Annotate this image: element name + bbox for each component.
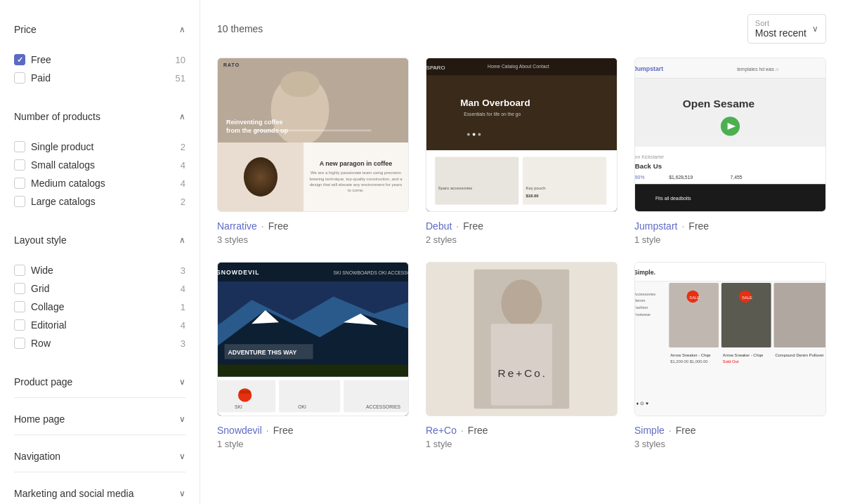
filter-section-product-page-header[interactable]: Product page <box>14 366 185 398</box>
filter-section-home-page-header[interactable]: Home page <box>14 404 185 435</box>
filter-section-navigation: Navigation <box>14 441 185 472</box>
svg-text:SALE: SALE <box>689 296 700 300</box>
filter-label-collage: Collage <box>31 301 64 312</box>
filter-section-navigation-title: Navigation <box>14 451 60 462</box>
theme-card-debut[interactable]: SPARO Home Catalog About Contact Man Ove… <box>426 58 617 245</box>
filter-count-free: 10 <box>176 55 185 65</box>
svg-rect-10 <box>467 133 470 136</box>
filter-checkbox-small[interactable] <box>14 159 25 171</box>
filter-section-layout-content: Wide 3 Grid 4 Collage 1 <box>14 256 185 361</box>
filter-count-medium: 4 <box>181 178 185 189</box>
filter-checkbox-single[interactable] <box>14 141 25 152</box>
sort-dropdown[interactable]: Sort Most recent ∨ <box>747 14 826 44</box>
filter-section-layout-header[interactable]: Layout style <box>14 225 185 256</box>
svg-text:SALE: SALE <box>742 296 752 300</box>
theme-card-narrative[interactable]: Reinventing coffeefrom the grounds up RA… <box>217 58 409 245</box>
theme-name-debut[interactable]: Debut <box>426 220 452 232</box>
theme-price-reco: Free <box>468 425 488 436</box>
svg-text:Man Overboard: Man Overboard <box>460 98 530 108</box>
filter-checkbox-paid[interactable] <box>14 72 25 84</box>
theme-name-simple[interactable]: Simple <box>634 425 665 436</box>
filter-item-medium: Medium catalogs 4 <box>14 174 185 192</box>
svg-rect-71 <box>774 283 825 347</box>
theme-price-snowdevil: Free <box>273 425 294 436</box>
filter-label-small: Small catalogs <box>31 159 95 171</box>
filter-item-large: Large catalogs 2 <box>14 192 185 211</box>
filter-section-marketing-title: Marketing and social media <box>14 488 133 499</box>
svg-rect-63 <box>635 281 825 281</box>
theme-preview-snowdevil: SNOWDEVIL SKI SNOWBOARDS OKI ACCESSORIES <box>217 262 409 416</box>
filter-checkbox-editorial[interactable] <box>14 319 25 331</box>
svg-text:SKI  SNOWBOARDS  OKI  ACCESSOR: SKI SNOWBOARDS OKI ACCESSORIES <box>334 270 408 275</box>
filter-checkbox-medium[interactable] <box>14 178 25 189</box>
filter-checkbox-collage[interactable] <box>14 301 25 312</box>
filter-section-price: Price Free 10 Paid 51 <box>14 14 185 95</box>
svg-text:ADVENTURE THIS WAY: ADVENTURE THIS WAY <box>228 349 296 356</box>
theme-styles-snowdevil: 1 style <box>217 439 409 449</box>
theme-name-reco[interactable]: Re+Co <box>426 425 457 436</box>
filter-item-single: Single product 2 <box>14 138 185 156</box>
filter-count-paid: 51 <box>176 73 185 84</box>
filter-section-marketing: Marketing and social media <box>14 478 185 504</box>
theme-name-snowdevil[interactable]: Snowdevil <box>217 425 262 436</box>
svg-text:Sparo accessories: Sparo accessories <box>438 186 473 190</box>
theme-card-snowdevil[interactable]: SNOWDEVIL SKI SNOWBOARDS OKI ACCESSORIES <box>217 262 409 449</box>
filter-item-grid: Grid 4 <box>14 279 185 298</box>
svg-text:on Kickstarter: on Kickstarter <box>635 154 665 159</box>
svg-text:SNOWDEVIL: SNOWDEVIL <box>218 269 259 276</box>
svg-text:Fits all deadbolts: Fits all deadbolts <box>655 196 691 201</box>
theme-preview-narrative: Reinventing coffeefrom the grounds up RA… <box>217 58 409 212</box>
svg-point-58 <box>501 279 542 327</box>
filter-section-num-products-header[interactable]: Number of products <box>14 101 185 132</box>
svg-rect-49 <box>279 380 340 413</box>
filter-section-layout-title: Layout style <box>14 234 67 246</box>
filter-section-price-header[interactable]: Price <box>14 14 185 45</box>
svg-rect-14 <box>435 157 518 204</box>
filter-label-paid: Paid <box>31 72 51 84</box>
filter-checkbox-free[interactable] <box>14 54 25 65</box>
filter-item-collage: Collage 1 <box>14 298 185 316</box>
theme-preview-simple: Simple. Accessories Denim Fashion Footwe… <box>634 262 826 416</box>
filter-section-price-content: Free 10 Paid 51 <box>14 45 185 95</box>
svg-text:ACCESSORIES: ACCESSORIES <box>366 404 400 409</box>
svg-text:SPARO: SPARO <box>426 65 445 71</box>
svg-text:Arrow Sneaker - Chqe: Arrow Sneaker - Chqe <box>723 353 763 357</box>
svg-rect-20 <box>635 78 825 79</box>
filter-item-editorial: Editorial 4 <box>14 316 185 334</box>
sort-chevron-icon: ∨ <box>812 24 818 34</box>
theme-info-simple: Simple · Free 3 styles <box>634 425 826 449</box>
theme-preview-debut: SPARO Home Catalog About Contact Man Ove… <box>426 58 617 212</box>
product-page-chevron-icon <box>179 377 185 387</box>
theme-card-simple[interactable]: Simple. Accessories Denim Fashion Footwe… <box>634 262 826 449</box>
theme-info-jumpstart: Jumpstart · Free 1 style <box>634 220 826 245</box>
theme-name-narrative[interactable]: Narrative <box>217 220 257 232</box>
theme-styles-narrative: 3 styles <box>217 234 409 245</box>
num-products-chevron-icon <box>179 112 185 121</box>
filter-section-num-products-content: Single product 2 Small catalogs 4 Medium… <box>14 132 185 219</box>
theme-card-jumpstart[interactable]: Jumpstart templates hd was ∩ Open Sesame… <box>634 58 826 245</box>
svg-text:OKI: OKI <box>298 404 306 409</box>
svg-text:$1,200.00 $1,000.00: $1,200.00 $1,000.00 <box>670 359 707 364</box>
filter-checkbox-row[interactable] <box>14 338 25 349</box>
main-header: 10 themes Sort Most recent ∨ <box>217 14 826 44</box>
svg-text:Re+Co.: Re+Co. <box>498 367 547 379</box>
filter-item-wide: Wide 3 <box>14 261 185 279</box>
filter-checkbox-wide[interactable] <box>14 265 25 276</box>
filter-checkbox-large[interactable] <box>14 196 25 207</box>
svg-text:templates  hd  was  ∩: templates hd was ∩ <box>737 67 778 72</box>
filter-label-row: Row <box>31 338 51 349</box>
filter-section-navigation-header[interactable]: Navigation <box>14 441 185 472</box>
svg-rect-59 <box>491 324 552 405</box>
sort-value: Most recent <box>755 27 806 39</box>
filter-section-marketing-header[interactable]: Marketing and social media <box>14 478 185 504</box>
filter-checkbox-grid[interactable] <box>14 283 25 294</box>
svg-text:Footwear: Footwear <box>635 312 651 317</box>
theme-price-simple: Free <box>676 425 696 436</box>
filter-section-num-products: Number of products Single product 2 Smal… <box>14 101 185 219</box>
filter-item-paid: Paid 51 <box>14 69 185 87</box>
theme-card-reco[interactable]: Re+Co. Re+Co · Free 1 style <box>426 262 617 449</box>
theme-name-jumpstart[interactable]: Jumpstart <box>634 220 677 232</box>
filter-count-large: 2 <box>181 197 185 207</box>
themes-grid: Reinventing coffeefrom the grounds up RA… <box>217 58 826 449</box>
filter-item-small: Small catalogs 4 <box>14 156 185 174</box>
